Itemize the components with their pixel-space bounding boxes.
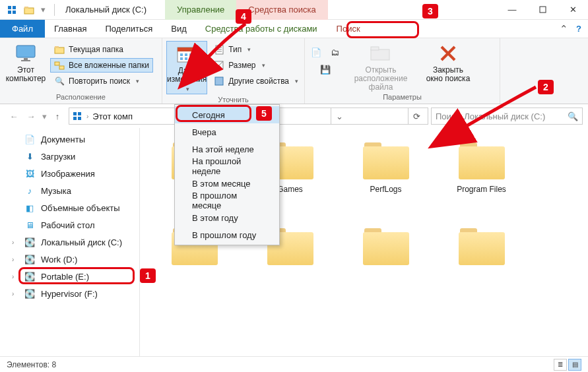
dd-item-last-month[interactable]: В прошлом месяце [175,192,279,209]
tab-search[interactable]: Поиск [327,20,370,38]
search-placeholder: Поиск: Локальный диск (C:) [436,111,545,121]
details-view-button[interactable]: ≣ [554,359,567,371]
minimize-button[interactable]: ― [497,0,527,20]
folder-item[interactable] [434,220,529,306]
sidebar-item-drive-c[interactable]: ›💽Локальный диск (C:) [0,233,139,251]
history-dropdown[interactable]: ▾ [40,108,49,125]
recent-searches-icon[interactable]: 📄 [309,45,323,59]
svg-rect-3 [13,11,16,14]
ribbon-collapse-icon[interactable]: ⌃ [560,23,568,35]
dd-item-this-week[interactable]: На этой неделе [175,140,279,158]
sidebar-item-3d[interactable]: ◧Объемные объекты [0,199,139,216]
refresh-icon[interactable]: ⟳ [413,111,420,121]
expand-icon[interactable]: › [12,256,14,263]
close-search-button[interactable]: Закрыть окно поиска [420,41,476,92]
date-modified-label: Дата изменения [167,67,207,84]
desktop-icon: 🖥 [24,219,36,231]
type-label: Тип [228,45,242,54]
navigation-pane: 📄Документы ⬇Загрузки 🖼Изображения ♪Музык… [0,128,140,356]
folder-icon[interactable] [21,3,37,17]
crumb-this-pc[interactable]: Этот комп [92,111,133,121]
svg-rect-17 [185,53,187,56]
sidebar-item-downloads[interactable]: ⬇Загрузки [0,148,139,165]
all-subfolders-button[interactable]: Все вложенные папки [50,58,153,73]
folder-icon [360,140,412,181]
tab-view[interactable]: Вид [162,20,196,38]
location-group-label: Расположение [4,92,158,101]
svg-rect-0 [8,6,11,9]
type-button[interactable]: Тип ▾ [210,42,302,57]
search-input[interactable]: Поиск: Локальный диск (C:) 🔍 [431,108,583,125]
svg-rect-33 [78,112,81,115]
date-modified-button[interactable]: Дата изменения ▾ [166,41,207,94]
save-search-icon[interactable]: 💾 [318,62,333,77]
icons-view-button[interactable]: ▤ [568,359,581,371]
folder-item[interactable]: PerfLogs [338,135,434,220]
status-bar: Элементов: 8 ≣ ▤ [0,356,588,372]
this-pc-button[interactable]: Этот компьютер [4,41,48,92]
folder-icon [456,226,507,266]
svg-rect-34 [73,117,77,120]
size-icon [214,60,224,71]
size-button[interactable]: Размер ▾ [210,58,302,73]
win-logo-icon [72,111,82,121]
dd-item-this-year[interactable]: В этом году [175,209,279,226]
sidebar-item-drive-e[interactable]: ›💽Portable (E:) [0,268,139,285]
svg-rect-9 [21,60,30,61]
crumb-chevron-icon[interactable]: › [86,113,88,120]
documents-icon: 📄 [24,133,36,145]
back-button[interactable]: ← [5,108,22,125]
folder-item[interactable]: Program Files [434,135,529,220]
folder-item[interactable] [338,220,434,306]
expand-icon[interactable]: › [12,239,14,246]
tab-file[interactable]: Файл [0,20,45,38]
sidebar-item-documents[interactable]: 📄Документы [0,131,139,148]
sidebar-item-music[interactable]: ♪Музыка [0,182,139,199]
drive-icon: 💽 [24,253,36,265]
folder-icon [360,226,412,266]
current-folder-button[interactable]: Текущая папка [50,42,153,57]
folders-tree-icon [54,60,65,71]
advanced-options-icon[interactable]: 🗂 [327,45,342,59]
dd-item-this-month[interactable]: В этом месяце [175,175,279,192]
help-icon[interactable]: ? [576,24,581,34]
expand-icon[interactable]: › [12,290,14,297]
qat-dropdown-icon[interactable]: ▾ [38,3,48,17]
tab-drive-tools[interactable]: Средства работы с дисками [196,20,327,38]
dd-item-today[interactable]: Сегодня [175,106,279,123]
sidebar-item-pictures[interactable]: 🖼Изображения [0,165,139,182]
maximize-button[interactable] [527,0,558,20]
close-button[interactable]: ✕ [558,0,588,20]
up-button[interactable]: ↑ [49,108,66,125]
other-props-button[interactable]: Другие свойства ▾ [210,74,302,88]
cube-icon: ◧ [24,202,36,214]
this-pc-label: Этот компьютер [6,66,46,83]
monitor-icon [15,42,37,65]
pictures-icon: 🖼 [24,168,36,179]
sidebar-item-desktop[interactable]: 🖥Рабочий стол [0,216,139,233]
chevron-down-icon: ▾ [136,78,139,84]
context-tab-search-tools[interactable]: Средства поиска [236,0,327,20]
downloads-icon: ⬇ [24,150,36,162]
svg-rect-13 [59,66,64,69]
dd-item-last-week[interactable]: На прошлой неделе [175,158,279,175]
sidebar-item-drive-d[interactable]: ›💽Work (D:) [0,251,139,268]
search-icon[interactable]: 🔍 [568,111,578,121]
ribbon-group-location: Этот компьютер Текущая папка Все вложенн… [0,38,162,104]
other-props-label: Другие свойства [228,77,289,86]
svg-rect-4 [24,8,34,14]
dd-item-yesterday[interactable]: Вчера [175,123,279,140]
expand-icon[interactable]: › [12,273,14,280]
sidebar-item-drive-f[interactable]: ›💽Hypervisor (F:) [0,285,139,302]
dd-item-last-year[interactable]: В прошлом году [175,226,279,243]
date-modified-dropdown: Сегодня Вчера На этой неделе На прошлой … [174,104,280,245]
drive-icon: 💽 [24,236,36,248]
system-menu-icon[interactable] [4,3,20,17]
context-tab-manage[interactable]: Управление [165,0,236,20]
tab-home[interactable]: Главная [45,20,96,38]
repeat-search-button[interactable]: 🔍 Повторить поиск ▾ [50,74,153,88]
svg-rect-11 [55,46,59,48]
tab-share[interactable]: Поделиться [96,20,162,38]
options-group-label: Параметры [309,92,496,101]
address-dropdown-icon[interactable]: ⌄ [336,111,343,121]
